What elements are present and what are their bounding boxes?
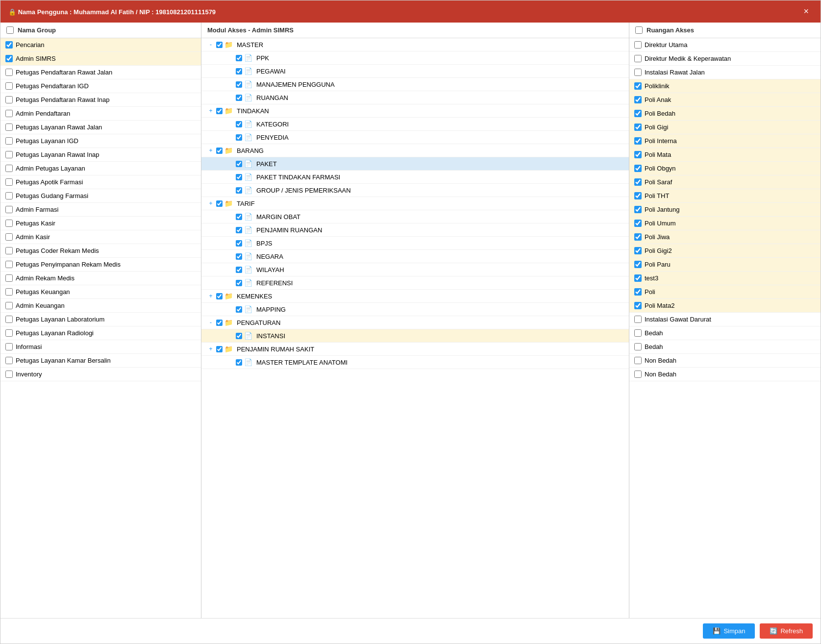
right-list-item[interactable]: Poli Bedah	[629, 107, 821, 121]
left-item-checkbox[interactable]	[5, 165, 13, 172]
left-item-checkbox[interactable]	[5, 274, 13, 282]
left-list-item[interactable]: Admin Petugas Layanan	[0, 162, 201, 175]
right-item-checkbox[interactable]	[634, 371, 642, 378]
middle-item-checkbox[interactable]	[236, 95, 242, 101]
middle-item-checkbox[interactable]	[236, 359, 242, 366]
left-item-checkbox[interactable]	[5, 220, 13, 227]
middle-item-checkbox[interactable]	[236, 333, 242, 339]
middle-item-checkbox[interactable]	[236, 174, 242, 180]
left-item-checkbox[interactable]	[5, 55, 13, 62]
middle-item-checkbox[interactable]	[216, 293, 223, 299]
left-item-checkbox[interactable]	[5, 69, 13, 76]
middle-tree-item[interactable]: 📄MAPPING	[201, 303, 629, 316]
left-item-checkbox[interactable]	[5, 343, 13, 350]
middle-item-checkbox[interactable]	[236, 306, 242, 313]
middle-item-checkbox[interactable]	[216, 42, 223, 48]
left-item-checkbox[interactable]	[5, 178, 13, 186]
middle-tree-item[interactable]: +📁BARANG	[201, 144, 629, 157]
left-item-checkbox[interactable]	[5, 371, 13, 378]
middle-tree-item[interactable]: 📄NEGARA	[201, 250, 629, 263]
left-item-checkbox[interactable]	[5, 151, 13, 158]
middle-tree-item[interactable]: 📄PENYEDIA	[201, 131, 629, 144]
middle-tree-item[interactable]: 📄PENJAMIN RUANGAN	[201, 223, 629, 237]
left-list-item[interactable]: Petugas Kasir	[0, 217, 201, 230]
middle-item-checkbox[interactable]	[236, 280, 242, 286]
left-list-item[interactable]: Petugas Keuangan	[0, 285, 201, 299]
middle-tree-item[interactable]: 📄MASTER TEMPLATE ANATOMI	[201, 356, 629, 369]
left-list-item[interactable]: Admin Rekam Medis	[0, 272, 201, 285]
right-list-item[interactable]: Poli Jantung	[629, 203, 821, 217]
right-list-item[interactable]: Poli Umum	[629, 217, 821, 230]
expand-icon[interactable]: +	[207, 346, 214, 352]
middle-tree-item[interactable]: -📁PENGATURAN	[201, 316, 629, 329]
right-item-checkbox[interactable]	[634, 55, 642, 62]
middle-item-checkbox[interactable]	[236, 187, 242, 194]
left-item-checkbox[interactable]	[5, 110, 13, 117]
right-list-item[interactable]: Poli Mata2	[629, 299, 821, 313]
right-item-checkbox[interactable]	[634, 69, 642, 76]
right-list-item[interactable]: Poli Gigi	[629, 121, 821, 134]
left-item-checkbox[interactable]	[5, 261, 13, 268]
middle-tree-item[interactable]: 📄PAKET TINDAKAN FARMASI	[201, 171, 629, 184]
left-item-checkbox[interactable]	[5, 357, 13, 364]
left-list-item[interactable]: Petugas Layanan IGD	[0, 134, 201, 148]
middle-tree-item[interactable]: 📄INSTANSI	[201, 329, 629, 343]
right-item-checkbox[interactable]	[634, 192, 642, 199]
right-list-item[interactable]: Bedah	[629, 326, 821, 340]
expand-icon[interactable]: +	[207, 147, 214, 154]
right-list-item[interactable]: Poli Mata	[629, 148, 821, 162]
left-list-item[interactable]: Petugas Pendaftaran Rawat Jalan	[0, 66, 201, 79]
right-list-item[interactable]: Poli Interna	[629, 134, 821, 148]
middle-tree-item[interactable]: +📁KEMENKES	[201, 290, 629, 303]
left-list-item[interactable]: Petugas Layanan Rawat Jalan	[0, 121, 201, 134]
left-item-checkbox[interactable]	[5, 302, 13, 309]
right-list-item[interactable]: Non Bedah	[629, 368, 821, 381]
left-item-checkbox[interactable]	[5, 41, 13, 49]
middle-tree-item[interactable]: 📄PPK	[201, 51, 629, 65]
right-list-item[interactable]: Poli	[629, 285, 821, 299]
right-item-checkbox[interactable]	[634, 165, 642, 172]
expand-icon[interactable]: +	[207, 107, 214, 114]
left-list-item[interactable]: Petugas Gudang Farmasi	[0, 189, 201, 203]
right-item-checkbox[interactable]	[634, 316, 642, 323]
left-list-item[interactable]: Admin SIMRS	[0, 52, 201, 66]
right-list-item[interactable]: Bedah	[629, 340, 821, 354]
middle-tree-item[interactable]: +📁TARIF	[201, 197, 629, 210]
right-item-checkbox[interactable]	[634, 206, 642, 213]
right-item-checkbox[interactable]	[634, 274, 642, 282]
left-list-item[interactable]: Informasi	[0, 340, 201, 354]
middle-tree-item[interactable]: 📄BPJS	[201, 237, 629, 250]
middle-item-checkbox[interactable]	[236, 81, 242, 88]
expand-icon[interactable]: -	[207, 41, 214, 48]
middle-tree-item[interactable]: +📁TINDAKAN	[201, 104, 629, 118]
expand-icon[interactable]: +	[207, 200, 214, 207]
left-list-item[interactable]: Petugas Pendaftaran IGD	[0, 79, 201, 93]
right-list-item[interactable]: Poli Saraf	[629, 175, 821, 189]
middle-item-checkbox[interactable]	[236, 214, 242, 220]
close-button[interactable]: ×	[799, 5, 813, 18]
middle-item-checkbox[interactable]	[216, 346, 223, 352]
middle-tree-item[interactable]: 📄PEGAWAI	[201, 65, 629, 78]
right-item-checkbox[interactable]	[634, 247, 642, 254]
right-item-checkbox[interactable]	[634, 343, 642, 350]
right-item-checkbox[interactable]	[634, 82, 642, 90]
left-list-item[interactable]: Admin Kasir	[0, 230, 201, 244]
right-item-checkbox[interactable]	[634, 261, 642, 268]
right-item-checkbox[interactable]	[634, 288, 642, 296]
right-item-checkbox[interactable]	[634, 41, 642, 49]
right-list-item[interactable]: Direktur Medik & Keperawatan	[629, 52, 821, 66]
expand-icon[interactable]: -	[207, 319, 214, 326]
middle-item-checkbox[interactable]	[236, 240, 242, 247]
middle-tree-item[interactable]: 📄PAKET	[201, 157, 629, 171]
left-list-item[interactable]: Petugas Coder Rekam Medis	[0, 244, 201, 258]
middle-item-checkbox[interactable]	[236, 121, 242, 127]
left-list-item[interactable]: Petugas Layanan Laboratorium	[0, 313, 201, 326]
right-item-checkbox[interactable]	[634, 110, 642, 117]
middle-tree-item[interactable]: -📁MASTER	[201, 38, 629, 51]
middle-tree-item[interactable]: 📄MANAJEMEN PENGGUNA	[201, 78, 629, 91]
left-list-item[interactable]: Admin Pendaftaran	[0, 107, 201, 121]
left-item-checkbox[interactable]	[5, 288, 13, 296]
left-item-checkbox[interactable]	[5, 233, 13, 241]
left-item-checkbox[interactable]	[5, 137, 13, 145]
left-list-item[interactable]: Petugas Penyimpanan Rekam Medis	[0, 258, 201, 272]
